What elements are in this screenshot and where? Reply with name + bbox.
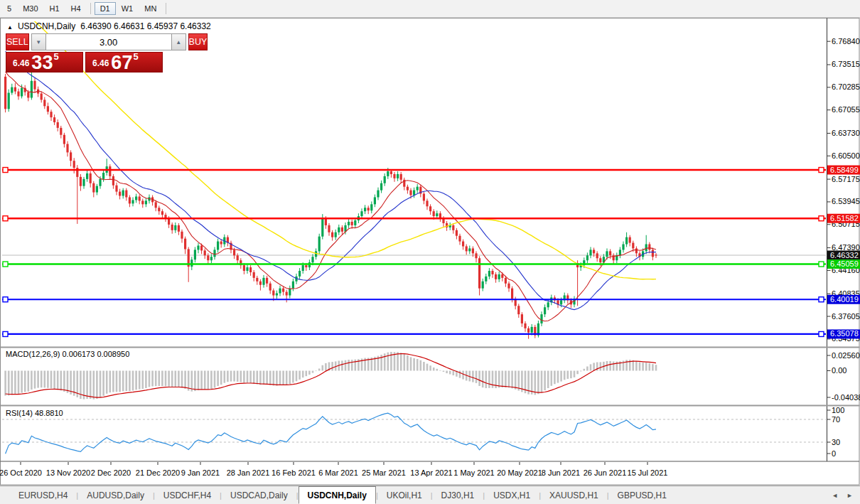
chart-tab-usdx-h1[interactable]: USDX,H1	[485, 486, 539, 504]
candle-body	[115, 186, 117, 192]
macd-histogram-bar	[547, 371, 549, 389]
macd-histogram-bar	[175, 371, 177, 387]
macd-histogram-bar	[505, 371, 507, 388]
sell-price-panel[interactable]: 6.46 33 5	[6, 52, 83, 73]
macd-histogram-bar	[649, 363, 651, 371]
timeframe-button-h4[interactable]: H4	[65, 2, 87, 15]
candle-body	[439, 213, 441, 218]
sell-button[interactable]: SELL	[6, 33, 29, 50]
chart-tab-audusd-daily[interactable]: AUDUSD,Daily	[78, 486, 153, 504]
macd-histogram-bar	[240, 371, 242, 382]
tab-scroll-right-icon[interactable]: ►	[846, 492, 853, 499]
macd-histogram-bar	[482, 371, 484, 388]
candle-body	[458, 236, 461, 242]
chart-tab-dj30-h1[interactable]: DJ30,H1	[433, 486, 483, 504]
timeframe-button-h1[interactable]: H1	[44, 2, 65, 15]
candle-body	[47, 106, 49, 112]
timeframe-button-5[interactable]: 5	[1, 2, 17, 15]
date-tick-label: 13 Nov 2020	[46, 468, 90, 477]
volume-decrease-button[interactable]: ▼	[31, 33, 46, 50]
candle-body	[125, 191, 127, 198]
candle-body	[377, 191, 379, 198]
macd-histogram-bar	[564, 371, 566, 380]
candle-body	[249, 267, 252, 272]
candle-body	[33, 81, 36, 90]
candle-body	[387, 171, 389, 176]
ma-line-10	[6, 72, 656, 321]
candle-body	[8, 93, 10, 109]
macd-histogram-bar	[233, 371, 235, 382]
date-tick-label: 20 May 2021	[497, 468, 542, 477]
candle-body	[632, 243, 634, 249]
macd-histogram-bar	[537, 371, 539, 395]
macd-histogram-bar	[351, 360, 353, 370]
candle-body	[351, 222, 353, 225]
macd-histogram-bar	[259, 371, 262, 385]
macd-histogram-bar	[276, 371, 278, 386]
level-handle[interactable]	[3, 168, 8, 173]
date-tick-label: 13 Apr 2021	[410, 468, 452, 477]
collapse-triangle-icon[interactable]: ▲	[7, 24, 13, 31]
macd-histogram-bar	[439, 370, 441, 371]
candle-body	[73, 161, 75, 168]
buy-price-panel[interactable]: 6.46 67 5	[85, 52, 163, 73]
macd-histogram-bar	[149, 371, 151, 387]
candle-body	[456, 230, 458, 236]
panel-splitter-macd[interactable]	[1, 347, 860, 348]
candle-body	[338, 227, 340, 232]
chart-tab-usdcad-daily[interactable]: USDCAD,Daily	[222, 486, 296, 504]
macd-histogram-bar	[600, 362, 602, 370]
macd-histogram-bar	[93, 371, 95, 400]
level-handle[interactable]	[819, 297, 824, 302]
candle-body	[635, 248, 638, 253]
buy-button[interactable]: BUY	[188, 33, 208, 50]
panel-splitter-rsi[interactable]	[1, 405, 860, 407]
timeframe-button-w1[interactable]: W1	[116, 2, 139, 15]
date-tick-label: 26 Jun 2021	[584, 468, 627, 477]
macd-histogram-bar	[296, 371, 298, 382]
candle-body	[178, 225, 180, 232]
macd-histogram-bar	[397, 352, 399, 370]
candle-body	[129, 197, 131, 203]
macd-histogram-bar	[635, 361, 638, 371]
level-handle[interactable]	[819, 331, 824, 336]
candle-body	[488, 271, 490, 277]
timeframe-button-d1[interactable]: D1	[95, 2, 116, 15]
macd-histogram-bar	[220, 371, 222, 385]
candle-body	[181, 232, 183, 239]
level-handle[interactable]	[3, 262, 8, 267]
candle-body	[21, 88, 23, 97]
level-handle[interactable]	[3, 331, 8, 336]
level-handle[interactable]	[3, 216, 8, 221]
candle-body	[14, 87, 16, 92]
volume-increase-button[interactable]: ▲	[171, 33, 186, 50]
chart-tab-usdcnh-daily[interactable]: USDCNH,Daily	[299, 486, 376, 504]
macd-histogram-bar	[416, 359, 419, 371]
chart-tab-eurusd-h4[interactable]: EURUSD,H4	[10, 486, 76, 504]
macd-label: MACD(12,26,9) 0.006173 0.008950	[6, 350, 129, 358]
level-handle[interactable]	[819, 168, 824, 173]
date-tick-label: 26 Oct 2020	[0, 468, 42, 477]
candle-body	[213, 250, 215, 257]
candle-body	[171, 225, 173, 230]
timeframe-button-mn[interactable]: MN	[139, 2, 162, 15]
chart-tab-ukoil-h1[interactable]: UKOil,H1	[378, 486, 431, 504]
chart-tab-xauusd-h1[interactable]: XAUUSD,H1	[541, 486, 607, 504]
macd-histogram-bar	[279, 371, 281, 385]
chart-tab-gbpusd-h1[interactable]: GBPUSD,H1	[609, 486, 675, 504]
macd-histogram-bar	[158, 371, 161, 387]
volume-input[interactable]	[46, 33, 171, 50]
macd-histogram-bar	[31, 371, 33, 390]
timeframe-button-m30[interactable]: M30	[17, 2, 43, 15]
candle-body	[652, 250, 654, 257]
candle-body	[66, 144, 68, 153]
macd-histogram-bar	[237, 371, 239, 382]
candle-body	[174, 225, 176, 230]
level-handle[interactable]	[3, 297, 8, 302]
level-handle[interactable]	[819, 216, 824, 221]
level-handle[interactable]	[819, 262, 824, 267]
chart-tab-usdchf-h4[interactable]: USDCHF,H4	[155, 486, 220, 504]
tab-scroll-left-icon[interactable]: ◄	[832, 492, 838, 499]
candle-body	[17, 92, 19, 97]
macd-histogram-bar	[224, 371, 226, 383]
